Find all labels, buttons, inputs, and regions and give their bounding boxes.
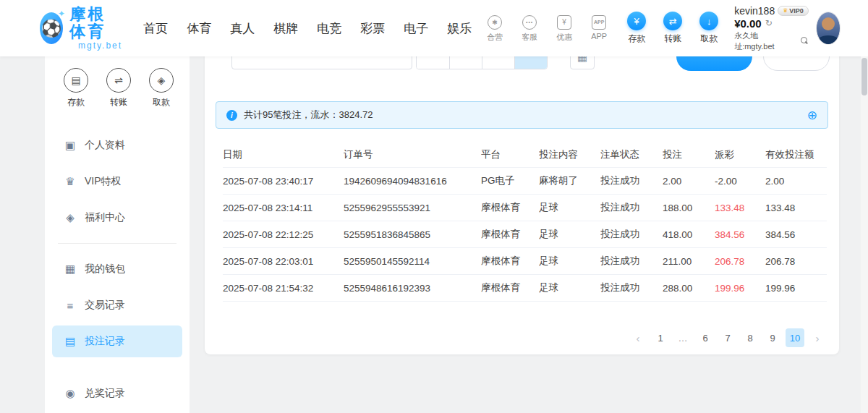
sidebar-item-wallet[interactable]: ▦ 我的钱包 bbox=[52, 253, 182, 285]
cell-bet: 418.00 bbox=[663, 229, 715, 240]
scrollbar-thumb[interactable] bbox=[861, 58, 867, 95]
refresh-balance-icon[interactable]: ↻ bbox=[765, 18, 773, 28]
nav-item-live[interactable]: 真人 bbox=[221, 20, 264, 37]
quick-withdraw-button[interactable]: ◈ 取款 bbox=[143, 68, 179, 108]
summary-bar: i 共计95笔投注，流水：3824.72 ⊕ bbox=[216, 101, 828, 129]
cell-platform: 摩根体育 bbox=[481, 201, 539, 214]
menu-divider bbox=[58, 243, 176, 244]
avatar[interactable] bbox=[816, 12, 841, 45]
grid-filter-button[interactable]: ▦ bbox=[570, 56, 595, 69]
cell-content: 麻将胡了 bbox=[539, 174, 600, 187]
pagination: ‹ 1 … 6 7 8 9 10 › bbox=[629, 328, 827, 347]
cell-status: 投注成功 bbox=[600, 281, 663, 294]
quick-deposit-button[interactable]: ▤ 存款 bbox=[58, 68, 94, 108]
next-page-button[interactable]: › bbox=[808, 328, 827, 347]
sidebar: ▤ 存款 ⇌ 转账 ◈ 取款 ▣ 个人资料 ♛ VIP特权 ◈ bbox=[45, 56, 190, 413]
search-icon[interactable] bbox=[801, 37, 809, 45]
nav-item-sports[interactable]: 体育 bbox=[177, 20, 221, 37]
quick-transfer-button[interactable]: ⇌ 转账 bbox=[101, 68, 137, 108]
table-row: 2025-07-08 22:03:01 5255950145592114 摩根体… bbox=[223, 248, 827, 275]
page-1[interactable]: 1 bbox=[651, 328, 670, 347]
user-info: kevin188 ♛ VIP0 ¥0.00 ↻ 永久地址:mgty.bet bbox=[734, 5, 809, 52]
expand-plus-icon[interactable]: ⊕ bbox=[807, 108, 817, 123]
table-row: 2025-07-08 23:40:17 1942609694094831616 … bbox=[223, 168, 827, 195]
segment-option-3[interactable] bbox=[482, 56, 514, 69]
query-button[interactable] bbox=[676, 56, 752, 71]
transfer-arrows-icon: ⇌ bbox=[106, 68, 131, 93]
filter-search-input[interactable] bbox=[231, 56, 412, 69]
sparkle-icon: ✦ bbox=[58, 9, 65, 19]
nav-item-slots[interactable]: 电子 bbox=[394, 20, 438, 37]
nav-item-entertain[interactable]: 娱乐 bbox=[438, 20, 481, 37]
date-range-segmented-control bbox=[416, 56, 548, 69]
header-valid: 有效投注额 bbox=[765, 148, 827, 161]
customer-service-button[interactable]: ••• 客服 bbox=[516, 14, 543, 43]
reset-button[interactable] bbox=[763, 56, 830, 71]
welfare-icon: ◈ bbox=[64, 211, 77, 224]
page-6[interactable]: 6 bbox=[696, 328, 715, 347]
sidebar-item-redeem-records[interactable]: ◉ 兑奖记录 bbox=[52, 378, 182, 409]
chat-icon: ••• bbox=[522, 14, 537, 30]
app-download-button[interactable]: APP APP bbox=[585, 14, 613, 43]
deposit-icon: ¥ bbox=[627, 12, 646, 30]
sidebar-menu: ▣ 个人资料 ♛ VIP特权 ◈ 福利中心 ▦ 我的钱包 ≡ 交易记录 ▤ bbox=[45, 127, 190, 412]
segment-option-4-active[interactable] bbox=[514, 56, 547, 69]
cell-valid: 133.48 bbox=[765, 203, 827, 213]
brand-domain: mgty.bet bbox=[69, 41, 122, 51]
cell-valid: 2.00 bbox=[765, 176, 827, 187]
transfer-icon: ⇄ bbox=[663, 12, 682, 30]
cell-payout: 199.96 bbox=[715, 283, 765, 294]
cell-bet: 288.00 bbox=[663, 283, 715, 294]
bet-records-table: 日期 订单号 平台 投注内容 注单状态 投注 派彩 有效投注额 2025-07-… bbox=[223, 142, 827, 302]
sidebar-item-bet-records[interactable]: ▤ 投注记录 bbox=[52, 325, 182, 357]
username: kevin188 bbox=[734, 5, 775, 17]
nav-item-home[interactable]: 首页 bbox=[134, 20, 177, 37]
promotions-button[interactable]: ¥ 优惠 bbox=[550, 14, 578, 43]
sidebar-item-profile[interactable]: ▣ 个人资料 bbox=[52, 129, 182, 161]
cell-content: 足球 bbox=[539, 201, 600, 214]
cell-order: 5255948616192393 bbox=[344, 283, 481, 294]
vip-crown-icon: ♛ bbox=[64, 175, 77, 188]
page-10-active[interactable]: 10 bbox=[786, 328, 804, 347]
brand-logo[interactable]: ⚽ ✦ 摩根体育 mgty.bet bbox=[40, 6, 122, 51]
page-9[interactable]: 9 bbox=[763, 328, 782, 347]
handshake-icon: ✱ bbox=[488, 14, 502, 30]
segment-option-1[interactable] bbox=[417, 56, 449, 69]
segment-option-2[interactable] bbox=[449, 56, 482, 69]
deposit-button[interactable]: ¥ 存款 bbox=[621, 12, 652, 45]
vip-badge[interactable]: ♛ VIP0 bbox=[778, 6, 809, 16]
table-row: 2025-07-08 23:14:11 5255962955553921 摩根体… bbox=[223, 195, 827, 221]
top-header: ⚽ ✦ 摩根体育 mgty.bet 首页 体育 真人 棋牌 电竞 彩票 电子 娱… bbox=[0, 0, 868, 56]
brand-text: 摩根体育 mgty.bet bbox=[69, 6, 122, 51]
profile-icon: ▣ bbox=[64, 139, 77, 152]
nav-item-cards[interactable]: 棋牌 bbox=[264, 20, 307, 37]
sidebar-item-transactions[interactable]: ≡ 交易记录 bbox=[52, 289, 182, 321]
header-payout: 派彩 bbox=[715, 148, 765, 161]
wallet-icon: ▦ bbox=[64, 263, 77, 276]
bet-records-card: ▦ i 共计95笔投注，流水：3824.72 ⊕ 日期 订单号 平台 投注内容 … bbox=[205, 56, 839, 354]
table-header-row: 日期 订单号 平台 投注内容 注单状态 投注 派彩 有效投注额 bbox=[223, 142, 827, 168]
nav-item-lottery[interactable]: 彩票 bbox=[351, 20, 394, 37]
scrollbar-track[interactable] bbox=[861, 56, 868, 413]
sidebar-item-welfare[interactable]: ◈ 福利中心 bbox=[52, 202, 182, 234]
withdraw-icon: ↓ bbox=[699, 12, 718, 30]
cell-bet: 2.00 bbox=[663, 176, 715, 187]
header-gray-actions: ✱ 合营 ••• 客服 ¥ 优惠 APP APP bbox=[481, 14, 613, 43]
header-blue-actions: ¥ 存款 ⇄ 转账 ↓ 取款 bbox=[621, 12, 724, 45]
cell-date: 2025-07-08 22:12:25 bbox=[223, 229, 344, 240]
main-nav: 首页 体育 真人 棋牌 电竞 彩票 电子 娱乐 bbox=[134, 20, 481, 37]
cell-status: 投注成功 bbox=[600, 255, 663, 268]
nav-item-esports[interactable]: 电竞 bbox=[307, 20, 351, 37]
prev-page-button[interactable]: ‹ bbox=[629, 328, 647, 347]
page-7[interactable]: 7 bbox=[718, 328, 737, 347]
header-date: 日期 bbox=[223, 148, 344, 161]
sidebar-item-vip[interactable]: ♛ VIP特权 bbox=[52, 166, 182, 197]
cell-valid: 199.96 bbox=[765, 283, 827, 294]
info-icon: i bbox=[226, 110, 237, 121]
transfer-button[interactable]: ⇄ 转账 bbox=[658, 12, 688, 45]
withdraw-button[interactable]: ↓ 取款 bbox=[694, 12, 724, 45]
partner-button[interactable]: ✱ 合营 bbox=[481, 14, 509, 43]
page-8[interactable]: 8 bbox=[741, 328, 760, 347]
cell-content: 足球 bbox=[539, 255, 600, 268]
page: ⚽ ✦ 摩根体育 mgty.bet 首页 体育 真人 棋牌 电竞 彩票 电子 娱… bbox=[0, 0, 868, 413]
